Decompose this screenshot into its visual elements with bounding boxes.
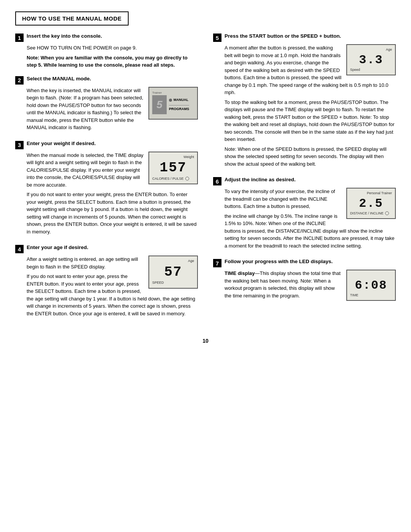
step-2-body: Trainer 5 MANUAL PROGRAMS <box>15 87 198 134</box>
page-number: 10 <box>15 338 396 344</box>
speed-5-label-bottom: Speed <box>350 67 392 73</box>
weight-number: 157 <box>152 160 194 176</box>
step-6-title: Adjust the incline as desired. <box>225 177 296 182</box>
time-label-top <box>350 273 392 278</box>
step-2-title: Select the MANUAL mode. <box>27 76 91 81</box>
weight-display: Weight 157 CALORIES / PULSE <box>148 152 198 185</box>
step-1-number: 1 <box>15 34 24 42</box>
incline-indicator <box>385 211 389 215</box>
speed-5-label-top: Age <box>350 47 392 53</box>
page-container: HOW TO USE THE MANUAL MODE 1 Insert the … <box>15 11 396 344</box>
time-number: 6:08 <box>350 279 392 292</box>
step-4-body: Age 57 SPEED After a weight setting is e… <box>15 256 198 320</box>
age-label-top: Age <box>152 259 194 264</box>
step-5: 5 Press the START button or the SPEED + … <box>213 33 396 170</box>
age-number: 57 <box>152 265 194 280</box>
step-2: 2 Select the MANUAL mode. Trainer 5 <box>15 76 198 134</box>
step-6: 6 Adjust the incline as desired. Persona… <box>213 177 396 252</box>
step-7: 7 Follow your progress with the LED disp… <box>213 259 396 304</box>
step-1-title: Insert the key into the console. <box>27 33 102 39</box>
speed-display-5: Age 3.3 Speed <box>346 44 396 75</box>
pulse-indicator <box>185 177 189 181</box>
age-display: Age 57 SPEED <box>148 256 198 289</box>
time-display: 6:08 TIME <box>346 270 396 301</box>
step-1: 1 Insert the key into the console. See H… <box>15 33 198 69</box>
incline-label-bottom: DISTANCE / INCLINE <box>350 211 392 216</box>
step-5-title: Press the START button or the SPEED + bu… <box>225 33 341 39</box>
manual-dot <box>169 99 172 102</box>
age-label-bottom: SPEED <box>152 280 194 286</box>
incline-label-top: Personal Trainer <box>350 191 392 196</box>
time-label-bottom: TIME <box>350 293 392 298</box>
right-column: 5 Press the START button or the SPEED + … <box>213 33 396 326</box>
weight-label-top: Weight <box>152 155 194 160</box>
step-3-number: 3 <box>15 141 24 149</box>
step-5-body: Age 3.3 Speed A moment after the button … <box>213 44 396 170</box>
manual-label: MANUAL <box>174 97 188 103</box>
step-3-body: Weight 157 CALORIES / PULSE When the man… <box>15 152 198 238</box>
step-1-body: See HOW TO TURN ON THE POWER on page 9. … <box>15 44 198 69</box>
step-3-title: Enter your weight if desired. <box>27 141 96 146</box>
step-6-body: Personal Trainer 2.5 DISTANCE / INCLINE … <box>213 188 396 252</box>
left-column: 1 Insert the key into the console. See H… <box>15 33 198 326</box>
manual-device-display: 5 <box>152 95 167 114</box>
page-header: HOW TO USE THE MANUAL MODE <box>15 11 129 26</box>
step-3: 3 Enter your weight if desired. Weight 1… <box>15 141 198 238</box>
step-4-number: 4 <box>15 245 24 253</box>
step-6-number: 6 <box>213 177 221 185</box>
step-4: 4 Enter your age if desired. Age 57 SPEE… <box>15 244 198 320</box>
incline-display: Personal Trainer 2.5 DISTANCE / INCLINE <box>346 188 396 219</box>
step-7-body: 6:08 TIME TIME display—This display show… <box>213 270 396 304</box>
weight-label-bottom: CALORIES / PULSE <box>152 176 194 182</box>
step-7-number: 7 <box>213 259 221 267</box>
incline-number: 2.5 <box>350 197 392 210</box>
step-4-title: Enter your age if desired. <box>27 244 88 250</box>
manual-device: Trainer 5 MANUAL PROGRAMS <box>148 87 198 120</box>
step-2-number: 2 <box>15 76 24 85</box>
step-5-number: 5 <box>213 34 221 42</box>
programs-label: PROGRAMS <box>169 105 189 112</box>
speed-5-number: 3.3 <box>350 53 392 67</box>
step-7-title: Follow your progress with the LED displa… <box>225 259 333 264</box>
